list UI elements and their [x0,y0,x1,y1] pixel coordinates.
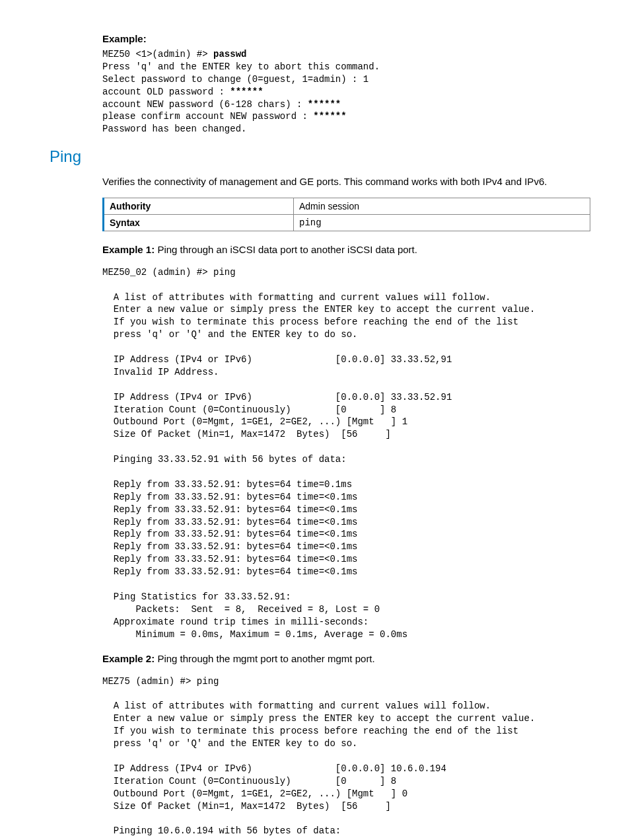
example2-lead: Example 2: [102,653,157,664]
example1-code: MEZ50_02 (admin) #> ping A list of attri… [102,266,590,641]
example0-line-confirm: please confirm account NEW password : [102,111,313,122]
example1-lead: Example 1: [102,244,157,255]
example2-desc: Ping through the mgmt port to another mg… [157,653,374,664]
example-heading: Example: [102,33,590,44]
ping-info-table: Authority Admin session Syntax ping [102,198,590,231]
example1-desc: Ping through an iSCSI data port to anoth… [157,244,417,255]
syntax-value: ping [294,215,590,231]
authority-label: Authority [104,198,294,215]
example0-code: MEZ50 <1>(admin) #> passwd Press 'q' and… [102,48,590,135]
example2-heading: Example 2: Ping through the mgmt port to… [102,652,590,666]
ping-description: Verifies the connectivity of management … [102,175,590,188]
example2-code: MEZ75 (admin) #> ping A list of attribut… [102,675,590,840]
table-row: Syntax ping [104,215,590,231]
example0-line-new: account NEW password (6-128 chars) : [102,99,308,110]
example0-line-done: Password has been changed. [102,124,246,134]
example0-stars1: ****** [230,87,263,97]
syntax-label: Syntax [104,215,294,231]
example0-stars2: ****** [308,99,341,110]
authority-value: Admin session [294,198,590,215]
example0-stars3: ****** [313,111,346,122]
section-title-ping: Ping [50,147,590,166]
table-row: Authority Admin session [104,198,590,215]
example0-prompt-prefix: MEZ50 <1>(admin) #> [102,49,213,59]
example1-heading: Example 1: Ping through an iSCSI data po… [102,243,590,256]
example0-cmd: passwd [213,49,246,59]
